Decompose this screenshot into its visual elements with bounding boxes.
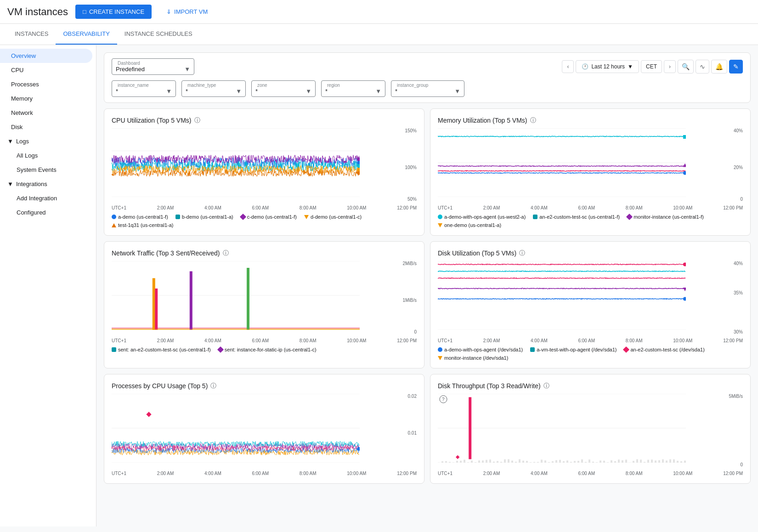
edit-button[interactable]: ✎ [729, 60, 743, 74]
disk-util-help-icon[interactable]: ⓘ [519, 249, 525, 257]
sidebar-item-system-events[interactable]: System Events [0, 163, 92, 177]
cpu-chart-area: 150% 100% 50% [112, 128, 417, 202]
chart-cpu-utilization: CPU Utilization (Top 5 VMs) ⓘ 150% 100% … [104, 108, 424, 236]
legend-item: d-demo (us-central1-c) [304, 214, 362, 220]
filter-zone[interactable]: zone * ▼ [251, 80, 316, 97]
sidebar-item-memory[interactable]: Memory [0, 91, 92, 106]
legend-item: b-demo (us-central1-a) [175, 214, 233, 220]
chart-network-traffic: Network Traffic (Top 3 Sent/Received) ⓘ … [104, 241, 424, 368]
dropdown-arrow-2: ▼ [236, 88, 242, 95]
disk-util-chart-canvas [438, 261, 686, 330]
time-range-button[interactable]: 🕐 Last 12 hours ▼ [576, 60, 639, 73]
network-legend: sent: an-e2-custom-test-sc (us-central1-… [112, 347, 417, 352]
chart-processes-cpu: Processes by CPU Usage (Top 5) ⓘ 0.02 0.… [104, 374, 424, 484]
sidebar-item-add-integration[interactable]: Add Integration [0, 191, 92, 205]
sidebar-section-logs[interactable]: ▼ Logs [0, 134, 96, 148]
legend-item: a-demo-with-ops-agent (/dev/sda1) [438, 347, 523, 352]
legend-item: a-demo-with-ops-agent (us-west2-a) [438, 214, 526, 220]
cpu-chart-canvas [112, 128, 360, 197]
legend-item: sent: an-e2-custom-test-sc (us-central1-… [112, 347, 211, 352]
memory-help-icon[interactable]: ⓘ [530, 116, 536, 125]
legend-item: monitor-instance (us-central1-f) [627, 214, 704, 220]
legend-item: sent: instance-for-static-ip (us-central… [218, 347, 317, 352]
filter-machine-type[interactable]: machine_type * ▼ [181, 80, 246, 97]
filters-row: instance_name * ▼ machine_type * ▼ [112, 80, 743, 97]
prev-time-button[interactable]: ‹ [562, 60, 574, 73]
time-controls: ‹ 🕐 Last 12 hours ▼ CET › 🔍 ∿ 🔔 ✎ [562, 60, 743, 74]
legend-item: a-vm-test-with-op-agent (/dev/sda1) [530, 347, 617, 352]
dropdown-arrow: ▼ [184, 66, 190, 73]
network-help-icon[interactable]: ⓘ [223, 249, 229, 257]
legend-item: an-e2-custom-test-sc (/dev/sda1) [624, 347, 704, 352]
dropdown-arrow-1: ▼ [166, 88, 172, 95]
disk-util-legend: a-demo-with-ops-agent (/dev/sda1) a-vm-t… [438, 347, 743, 361]
import-icon: ⇓ [166, 8, 171, 15]
legend-item: an-e2-custom-test-sc (us-central1-f) [533, 214, 620, 220]
content-area: Dashboard Predefined ▼ ‹ 🕐 Last 12 hours… [96, 45, 758, 526]
legend-item: a-demo (us-central1-f) [112, 214, 168, 220]
legend-item: c-demo (us-central1-f) [241, 214, 297, 220]
chevron-down-icon: ▼ [7, 138, 13, 145]
memory-chart-area: 40% 20% 0 [438, 128, 743, 202]
memory-legend: a-demo-with-ops-agent (us-west2-a) an-e2… [438, 214, 743, 228]
legend-item: monitor-instance (/dev/sda1) [438, 355, 508, 361]
timezone-button[interactable]: CET [641, 60, 662, 73]
create-icon: □ [83, 8, 86, 15]
sidebar-item-disk[interactable]: Disk [0, 120, 92, 134]
next-time-button[interactable]: › [664, 60, 676, 73]
sidebar-item-cpu[interactable]: CPU [0, 63, 92, 77]
disk-throughput-chart-canvas [438, 394, 686, 463]
network-chart-canvas [112, 261, 360, 330]
cpu-help-icon[interactable]: ⓘ [194, 116, 200, 125]
dashboard-controls: Dashboard Predefined ▼ ‹ 🕐 Last 12 hours… [104, 52, 751, 103]
tab-instance-schedules[interactable]: INSTANCE SCHEDULES [117, 24, 200, 45]
cpu-x-labels: UTC+12:00 AM4:00 AM6:00 AM8:00 AM10:00 A… [112, 205, 417, 210]
pause-button[interactable]: ∿ [696, 60, 709, 74]
disk-throughput-x-labels: UTC+12:00 AM4:00 AM6:00 AM8:00 AM10:00 A… [438, 471, 743, 476]
tab-instances[interactable]: INSTANCES [7, 24, 56, 45]
disk-throughput-chart-area: 5MiB/s 0 [438, 394, 743, 467]
disk-util-chart-area: 40% 35% 30% [438, 261, 743, 334]
network-x-labels: UTC+12:00 AM4:00 AM6:00 AM8:00 AM10:00 A… [112, 338, 417, 343]
filter-region[interactable]: region * ▼ [321, 80, 385, 97]
sidebar-item-processes[interactable]: Processes [0, 77, 92, 91]
memory-x-labels: UTC+12:00 AM4:00 AM6:00 AM8:00 AM10:00 A… [438, 205, 743, 210]
charts-grid: CPU Utilization (Top 5 VMs) ⓘ 150% 100% … [104, 108, 751, 484]
chevron-down-icon-2: ▼ [7, 181, 13, 187]
chart-disk-throughput: Disk Throughput (Top 3 Read/Write) ⓘ 5Mi… [430, 374, 751, 484]
sidebar-item-configured[interactable]: Configured [0, 205, 92, 220]
clock-icon: 🕐 [582, 63, 588, 70]
disk-throughput-help-icon[interactable]: ⓘ [543, 382, 549, 390]
dropdown-arrow-time: ▼ [628, 63, 633, 70]
tab-observability[interactable]: OBSERVABILITY [56, 24, 117, 45]
network-chart-area: 2MiB/s 1MiB/s 0 [112, 261, 417, 334]
legend-item: one-demo (us-central1-a) [438, 222, 501, 228]
tabs: INSTANCES OBSERVABILITY INSTANCE SCHEDUL… [0, 24, 758, 45]
dashboard-select[interactable]: Dashboard Predefined ▼ [112, 58, 194, 75]
legend-item: test-1q31 (us-central1-a) [112, 222, 173, 228]
filter-instance-group[interactable]: instance_group * ▼ [391, 80, 464, 97]
disk-util-x-labels: UTC+12:00 AM4:00 AM6:00 AM8:00 AM10:00 A… [438, 338, 743, 343]
filter-instance-name[interactable]: instance_name * ▼ [112, 80, 176, 97]
dropdown-arrow-4: ▼ [375, 88, 381, 95]
processes-chart-canvas [112, 394, 360, 463]
processes-chart-area: 0.02 0.01 [112, 394, 417, 467]
chart-disk-utilization: Disk Utilization (Top 5 VMs) ⓘ 40% 35% 3… [430, 241, 751, 368]
header: VM instances □ CREATE INSTANCE ⇓ IMPORT … [0, 0, 758, 24]
dropdown-arrow-3: ▼ [305, 88, 311, 95]
main-layout: Overview CPU Processes Memory Network Di… [0, 45, 758, 526]
memory-chart-canvas [438, 128, 686, 197]
sidebar-item-overview[interactable]: Overview [0, 49, 92, 63]
dropdown-arrow-5: ▼ [454, 88, 460, 95]
page-title: VM instances [7, 6, 68, 18]
sidebar-section-integrations[interactable]: ▼ Integrations [0, 177, 96, 191]
sidebar: Overview CPU Processes Memory Network Di… [0, 45, 96, 526]
processes-help-icon[interactable]: ⓘ [210, 382, 216, 390]
search-button[interactable]: 🔍 [678, 60, 694, 74]
create-instance-button[interactable]: □ CREATE INSTANCE [75, 5, 152, 19]
sidebar-item-all-logs[interactable]: All Logs [0, 148, 92, 163]
cpu-legend: a-demo (us-central1-f) b-demo (us-centra… [112, 214, 417, 228]
alert-button[interactable]: 🔔 [711, 60, 727, 74]
sidebar-item-network[interactable]: Network [0, 106, 92, 120]
import-vm-button[interactable]: ⇓ IMPORT VM [159, 5, 215, 19]
